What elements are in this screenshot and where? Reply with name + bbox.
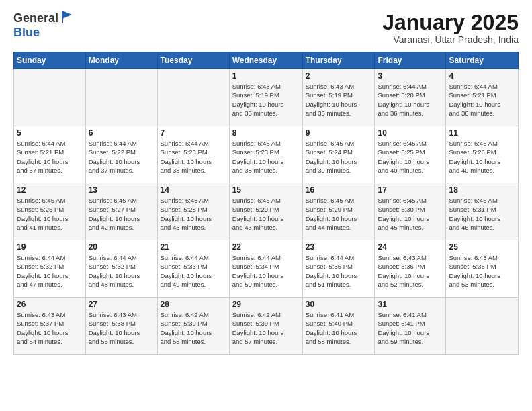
day-detail: Sunrise: 6:44 AM Sunset: 5:33 PM Dayligh… [161,253,226,289]
day-detail: Sunrise: 6:45 AM Sunset: 5:24 PM Dayligh… [306,139,372,175]
day-number: 19 [17,242,83,252]
day-detail: Sunrise: 6:43 AM Sunset: 5:37 PM Dayligh… [17,310,83,346]
day-number: 2 [306,71,372,81]
header: General Blue January 2025 Varanasi, Utta… [13,11,519,45]
calendar-cell: 10Sunrise: 6:45 AM Sunset: 5:25 PM Dayli… [375,126,446,183]
day-detail: Sunrise: 6:44 AM Sunset: 5:21 PM Dayligh… [449,82,515,118]
day-detail: Sunrise: 6:41 AM Sunset: 5:41 PM Dayligh… [378,310,443,346]
col-tuesday: Tuesday [157,52,229,69]
calendar-cell: 23Sunrise: 6:44 AM Sunset: 5:35 PM Dayli… [302,240,375,298]
day-number: 3 [378,71,443,81]
col-friday: Friday [375,52,446,69]
day-number: 21 [161,242,226,252]
day-number: 24 [378,242,443,252]
calendar-cell: 22Sunrise: 6:44 AM Sunset: 5:34 PM Dayli… [229,240,302,298]
day-number: 28 [161,300,226,309]
svg-marker-0 [62,11,72,19]
day-number: 1 [232,71,300,81]
day-detail: Sunrise: 6:44 AM Sunset: 5:23 PM Dayligh… [161,139,226,175]
calendar-cell: 17Sunrise: 6:45 AM Sunset: 5:30 PM Dayli… [375,183,446,240]
day-number: 22 [232,242,300,252]
logo-general: General [13,11,58,26]
calendar-cell: 2Sunrise: 6:43 AM Sunset: 5:19 PM Daylig… [302,69,375,126]
day-number: 17 [378,185,443,195]
calendar-cell [85,69,157,126]
day-number: 16 [306,185,372,195]
day-number: 26 [17,300,83,309]
calendar-cell: 13Sunrise: 6:45 AM Sunset: 5:27 PM Dayli… [85,183,157,240]
calendar-cell [14,69,86,126]
day-number: 10 [378,128,443,138]
calendar-table: Sunday Monday Tuesday Wednesday Thursday… [13,52,519,355]
calendar-cell: 29Sunrise: 6:42 AM Sunset: 5:39 PM Dayli… [229,298,302,355]
day-detail: Sunrise: 6:42 AM Sunset: 5:39 PM Dayligh… [161,310,226,346]
day-number: 11 [449,128,515,138]
day-number: 13 [89,185,154,195]
day-number: 27 [89,300,154,309]
calendar-cell: 4Sunrise: 6:44 AM Sunset: 5:21 PM Daylig… [446,69,519,126]
calendar-cell: 11Sunrise: 6:45 AM Sunset: 5:26 PM Dayli… [446,126,519,183]
day-detail: Sunrise: 6:45 AM Sunset: 5:28 PM Dayligh… [161,196,226,232]
day-number: 9 [306,128,372,138]
calendar-header-row: Sunday Monday Tuesday Wednesday Thursday… [14,52,519,69]
calendar-cell: 25Sunrise: 6:43 AM Sunset: 5:36 PM Dayli… [446,240,519,298]
day-detail: Sunrise: 6:42 AM Sunset: 5:39 PM Dayligh… [232,310,300,346]
calendar-cell: 28Sunrise: 6:42 AM Sunset: 5:39 PM Dayli… [157,298,229,355]
calendar-cell: 1Sunrise: 6:43 AM Sunset: 5:19 PM Daylig… [229,69,302,126]
calendar-cell: 19Sunrise: 6:44 AM Sunset: 5:32 PM Dayli… [14,240,86,298]
day-detail: Sunrise: 6:45 AM Sunset: 5:29 PM Dayligh… [232,196,300,232]
day-detail: Sunrise: 6:45 AM Sunset: 5:30 PM Dayligh… [378,196,443,232]
day-detail: Sunrise: 6:44 AM Sunset: 5:34 PM Dayligh… [232,253,300,289]
day-number: 25 [449,242,515,252]
day-detail: Sunrise: 6:44 AM Sunset: 5:22 PM Dayligh… [89,139,154,175]
day-number: 8 [232,128,300,138]
calendar-cell: 16Sunrise: 6:45 AM Sunset: 5:29 PM Dayli… [302,183,375,240]
day-number: 31 [378,300,443,309]
calendar-week-1: 5Sunrise: 6:44 AM Sunset: 5:21 PM Daylig… [14,126,519,183]
calendar-cell: 7Sunrise: 6:44 AM Sunset: 5:23 PM Daylig… [157,126,229,183]
col-wednesday: Wednesday [229,52,302,69]
day-detail: Sunrise: 6:45 AM Sunset: 5:23 PM Dayligh… [232,139,300,175]
calendar-week-0: 1Sunrise: 6:43 AM Sunset: 5:19 PM Daylig… [14,69,519,126]
day-detail: Sunrise: 6:45 AM Sunset: 5:26 PM Dayligh… [449,139,515,175]
day-detail: Sunrise: 6:45 AM Sunset: 5:31 PM Dayligh… [449,196,515,232]
logo: General Blue [13,11,75,40]
calendar-week-4: 26Sunrise: 6:43 AM Sunset: 5:37 PM Dayli… [14,298,519,355]
calendar-cell: 18Sunrise: 6:45 AM Sunset: 5:31 PM Dayli… [446,183,519,240]
calendar-cell: 12Sunrise: 6:45 AM Sunset: 5:26 PM Dayli… [14,183,86,240]
col-thursday: Thursday [302,52,375,69]
day-detail: Sunrise: 6:43 AM Sunset: 5:19 PM Dayligh… [306,82,372,118]
day-number: 12 [17,185,83,195]
logo-blue: Blue [13,26,40,39]
day-detail: Sunrise: 6:44 AM Sunset: 5:20 PM Dayligh… [378,82,443,118]
col-monday: Monday [85,52,157,69]
day-detail: Sunrise: 6:43 AM Sunset: 5:38 PM Dayligh… [89,310,154,346]
calendar-cell: 20Sunrise: 6:44 AM Sunset: 5:32 PM Dayli… [85,240,157,298]
calendar-cell: 21Sunrise: 6:44 AM Sunset: 5:33 PM Dayli… [157,240,229,298]
calendar-cell: 9Sunrise: 6:45 AM Sunset: 5:24 PM Daylig… [302,126,375,183]
day-detail: Sunrise: 6:45 AM Sunset: 5:29 PM Dayligh… [306,196,372,232]
calendar-cell: 6Sunrise: 6:44 AM Sunset: 5:22 PM Daylig… [85,126,157,183]
day-detail: Sunrise: 6:43 AM Sunset: 5:19 PM Dayligh… [232,82,300,118]
calendar-cell: 8Sunrise: 6:45 AM Sunset: 5:23 PM Daylig… [229,126,302,183]
day-detail: Sunrise: 6:45 AM Sunset: 5:25 PM Dayligh… [378,139,443,175]
day-number: 29 [232,300,300,309]
col-saturday: Saturday [446,52,519,69]
calendar-cell [157,69,229,126]
calendar-cell: 27Sunrise: 6:43 AM Sunset: 5:38 PM Dayli… [85,298,157,355]
day-number: 6 [89,128,154,138]
day-detail: Sunrise: 6:44 AM Sunset: 5:32 PM Dayligh… [89,253,154,289]
title-area: January 2025 Varanasi, Uttar Pradesh, In… [382,11,519,45]
day-detail: Sunrise: 6:41 AM Sunset: 5:40 PM Dayligh… [306,310,372,346]
day-number: 14 [161,185,226,195]
day-number: 23 [306,242,372,252]
calendar-cell: 26Sunrise: 6:43 AM Sunset: 5:37 PM Dayli… [14,298,86,355]
day-number: 4 [449,71,515,81]
day-detail: Sunrise: 6:43 AM Sunset: 5:36 PM Dayligh… [378,253,443,289]
day-detail: Sunrise: 6:44 AM Sunset: 5:35 PM Dayligh… [306,253,372,289]
day-detail: Sunrise: 6:44 AM Sunset: 5:32 PM Dayligh… [17,253,83,289]
day-number: 20 [89,242,154,252]
page: General Blue January 2025 Varanasi, Utta… [0,0,532,411]
calendar-cell: 14Sunrise: 6:45 AM Sunset: 5:28 PM Dayli… [157,183,229,240]
calendar-cell: 3Sunrise: 6:44 AM Sunset: 5:20 PM Daylig… [375,69,446,126]
